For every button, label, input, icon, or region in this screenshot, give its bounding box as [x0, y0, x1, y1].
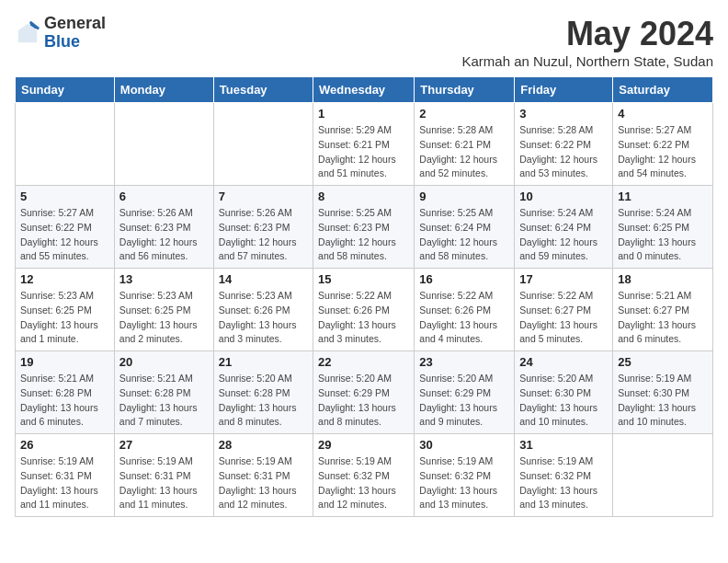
day-of-week-header: Tuesday: [213, 77, 313, 103]
calendar-cell: 4Sunrise: 5:27 AM Sunset: 6:22 PM Daylig…: [613, 103, 713, 186]
calendar-cell: [213, 103, 313, 186]
day-number: 8: [318, 190, 409, 203]
calendar-cell: 26Sunrise: 5:19 AM Sunset: 6:31 PM Dayli…: [16, 434, 115, 517]
day-number: 27: [119, 438, 209, 452]
calendar-cell: 24Sunrise: 5:20 AM Sunset: 6:30 PM Dayli…: [515, 351, 613, 434]
calendar-cell: 10Sunrise: 5:24 AM Sunset: 6:24 PM Dayli…: [515, 186, 613, 269]
day-info: Sunrise: 5:20 AM Sunset: 6:28 PM Dayligh…: [219, 372, 308, 430]
logo: General Blue: [15, 15, 106, 52]
day-number: 9: [419, 190, 509, 203]
calendar-cell: 19Sunrise: 5:21 AM Sunset: 6:28 PM Dayli…: [16, 351, 115, 434]
day-of-week-header: Friday: [515, 77, 613, 103]
calendar-cell: 8Sunrise: 5:25 AM Sunset: 6:23 PM Daylig…: [313, 186, 415, 269]
day-number: 11: [618, 190, 708, 203]
calendar-cell: [114, 103, 213, 186]
calendar-cell: 2Sunrise: 5:28 AM Sunset: 6:21 PM Daylig…: [415, 103, 515, 186]
calendar-week-row: 1Sunrise: 5:29 AM Sunset: 6:21 PM Daylig…: [16, 103, 713, 186]
day-info: Sunrise: 5:25 AM Sunset: 6:24 PM Dayligh…: [419, 206, 509, 264]
day-info: Sunrise: 5:21 AM Sunset: 6:28 PM Dayligh…: [20, 372, 109, 430]
subtitle: Karmah an Nuzul, Northern State, Sudan: [462, 53, 714, 69]
logo-icon: [15, 20, 40, 46]
day-info: Sunrise: 5:27 AM Sunset: 6:22 PM Dayligh…: [20, 206, 109, 264]
day-number: 16: [419, 272, 509, 286]
day-info: Sunrise: 5:19 AM Sunset: 6:31 PM Dayligh…: [119, 454, 209, 512]
calendar-table: SundayMondayTuesdayWednesdayThursdayFrid…: [15, 76, 713, 517]
day-info: Sunrise: 5:23 AM Sunset: 6:25 PM Dayligh…: [119, 289, 209, 347]
calendar-week-row: 19Sunrise: 5:21 AM Sunset: 6:28 PM Dayli…: [16, 351, 713, 434]
calendar-week-row: 26Sunrise: 5:19 AM Sunset: 6:31 PM Dayli…: [16, 434, 713, 517]
calendar-header-row: SundayMondayTuesdayWednesdayThursdayFrid…: [16, 77, 713, 103]
calendar-cell: 20Sunrise: 5:21 AM Sunset: 6:28 PM Dayli…: [114, 351, 213, 434]
calendar-cell: 27Sunrise: 5:19 AM Sunset: 6:31 PM Dayli…: [114, 434, 213, 517]
calendar-cell: 30Sunrise: 5:19 AM Sunset: 6:32 PM Dayli…: [415, 434, 515, 517]
day-info: Sunrise: 5:28 AM Sunset: 6:21 PM Dayligh…: [419, 123, 509, 181]
day-number: 5: [20, 190, 109, 203]
day-number: 18: [618, 272, 708, 286]
day-info: Sunrise: 5:23 AM Sunset: 6:26 PM Dayligh…: [219, 289, 308, 347]
day-info: Sunrise: 5:22 AM Sunset: 6:26 PM Dayligh…: [318, 289, 409, 347]
calendar-cell: [613, 434, 713, 517]
day-info: Sunrise: 5:19 AM Sunset: 6:32 PM Dayligh…: [519, 454, 608, 512]
day-number: 19: [20, 355, 109, 369]
day-info: Sunrise: 5:19 AM Sunset: 6:31 PM Dayligh…: [20, 454, 109, 512]
day-info: Sunrise: 5:23 AM Sunset: 6:25 PM Dayligh…: [20, 289, 109, 347]
calendar-cell: 21Sunrise: 5:20 AM Sunset: 6:28 PM Dayli…: [213, 351, 313, 434]
day-info: Sunrise: 5:20 AM Sunset: 6:30 PM Dayligh…: [519, 372, 608, 430]
calendar-cell: 12Sunrise: 5:23 AM Sunset: 6:25 PM Dayli…: [16, 269, 115, 351]
calendar-cell: 1Sunrise: 5:29 AM Sunset: 6:21 PM Daylig…: [313, 103, 415, 186]
day-number: 13: [119, 272, 209, 286]
day-of-week-header: Wednesday: [313, 77, 415, 103]
day-info: Sunrise: 5:20 AM Sunset: 6:29 PM Dayligh…: [419, 372, 509, 430]
calendar-cell: 31Sunrise: 5:19 AM Sunset: 6:32 PM Dayli…: [515, 434, 613, 517]
day-number: 23: [419, 355, 509, 369]
calendar-cell: 15Sunrise: 5:22 AM Sunset: 6:26 PM Dayli…: [313, 269, 415, 351]
day-number: 24: [519, 355, 608, 369]
day-number: 30: [419, 438, 509, 452]
day-number: 1: [318, 107, 409, 121]
day-number: 17: [519, 272, 608, 286]
day-number: 31: [519, 438, 608, 452]
calendar-cell: 7Sunrise: 5:26 AM Sunset: 6:23 PM Daylig…: [213, 186, 313, 269]
day-of-week-header: Sunday: [16, 77, 115, 103]
day-info: Sunrise: 5:19 AM Sunset: 6:32 PM Dayligh…: [318, 454, 409, 512]
day-info: Sunrise: 5:27 AM Sunset: 6:22 PM Dayligh…: [618, 123, 708, 181]
day-number: 6: [119, 190, 209, 203]
day-info: Sunrise: 5:25 AM Sunset: 6:23 PM Dayligh…: [318, 206, 409, 264]
calendar-cell: 16Sunrise: 5:22 AM Sunset: 6:26 PM Dayli…: [415, 269, 515, 351]
calendar-cell: 6Sunrise: 5:26 AM Sunset: 6:23 PM Daylig…: [114, 186, 213, 269]
day-info: Sunrise: 5:29 AM Sunset: 6:21 PM Dayligh…: [318, 123, 409, 181]
day-number: 14: [219, 272, 308, 286]
day-number: 26: [20, 438, 109, 452]
day-of-week-header: Saturday: [613, 77, 713, 103]
day-number: 7: [219, 190, 308, 203]
day-info: Sunrise: 5:24 AM Sunset: 6:24 PM Dayligh…: [519, 206, 608, 264]
day-number: 10: [519, 190, 608, 203]
day-info: Sunrise: 5:22 AM Sunset: 6:26 PM Dayligh…: [419, 289, 509, 347]
day-info: Sunrise: 5:21 AM Sunset: 6:28 PM Dayligh…: [119, 372, 209, 430]
calendar-week-row: 12Sunrise: 5:23 AM Sunset: 6:25 PM Dayli…: [16, 269, 713, 351]
day-number: 21: [219, 355, 308, 369]
calendar-cell: 22Sunrise: 5:20 AM Sunset: 6:29 PM Dayli…: [313, 351, 415, 434]
calendar-cell: 29Sunrise: 5:19 AM Sunset: 6:32 PM Dayli…: [313, 434, 415, 517]
day-info: Sunrise: 5:21 AM Sunset: 6:27 PM Dayligh…: [618, 289, 708, 347]
calendar-cell: 9Sunrise: 5:25 AM Sunset: 6:24 PM Daylig…: [415, 186, 515, 269]
title-block: May 2024 Karmah an Nuzul, Northern State…: [462, 15, 714, 69]
day-info: Sunrise: 5:28 AM Sunset: 6:22 PM Dayligh…: [519, 123, 608, 181]
day-number: 20: [119, 355, 209, 369]
calendar-cell: 5Sunrise: 5:27 AM Sunset: 6:22 PM Daylig…: [16, 186, 115, 269]
day-number: 28: [219, 438, 308, 452]
day-number: 4: [618, 107, 708, 121]
day-number: 3: [519, 107, 608, 121]
calendar-week-row: 5Sunrise: 5:27 AM Sunset: 6:22 PM Daylig…: [16, 186, 713, 269]
day-number: 12: [20, 272, 109, 286]
calendar-cell: 25Sunrise: 5:19 AM Sunset: 6:30 PM Dayli…: [613, 351, 713, 434]
calendar-cell: 28Sunrise: 5:19 AM Sunset: 6:31 PM Dayli…: [213, 434, 313, 517]
day-info: Sunrise: 5:19 AM Sunset: 6:30 PM Dayligh…: [618, 372, 708, 430]
day-number: 15: [318, 272, 409, 286]
calendar-cell: 14Sunrise: 5:23 AM Sunset: 6:26 PM Dayli…: [213, 269, 313, 351]
day-of-week-header: Monday: [114, 77, 213, 103]
day-info: Sunrise: 5:19 AM Sunset: 6:31 PM Dayligh…: [219, 454, 308, 512]
calendar-cell: 13Sunrise: 5:23 AM Sunset: 6:25 PM Dayli…: [114, 269, 213, 351]
day-number: 22: [318, 355, 409, 369]
month-title: May 2024: [462, 15, 714, 53]
